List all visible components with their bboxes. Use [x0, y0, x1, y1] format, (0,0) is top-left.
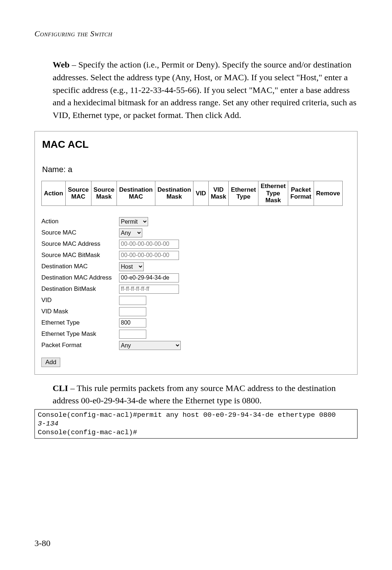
- select-packet-format[interactable]: Any: [119, 341, 181, 350]
- col-action: Action: [42, 181, 66, 205]
- acl-header-table: Action SourceMAC SourceMask DestinationM…: [41, 181, 343, 206]
- cli-text: – This rule permits packets from any sou…: [53, 383, 336, 406]
- web-paragraph: Web – Specify the action (i.e., Permit o…: [53, 58, 358, 122]
- input-source-bitmask[interactable]: [119, 251, 179, 260]
- input-eth-type-mask[interactable]: [119, 330, 146, 339]
- label-vid: VID: [41, 295, 119, 306]
- web-lead: Web: [53, 60, 70, 69]
- col-source-mask: SourceMask: [91, 181, 117, 205]
- cli-output: Console(config-mac-acl)#permit any host …: [34, 409, 358, 439]
- col-vid-mask: VIDMask: [208, 181, 229, 205]
- cli-line2: Console(config-mac-acl)#: [38, 428, 137, 436]
- input-vid[interactable]: [119, 296, 146, 305]
- label-eth-type: Ethernet Type: [41, 317, 119, 329]
- input-dest-mac-addr[interactable]: [119, 273, 179, 282]
- label-packet-format: Packet Format: [41, 340, 119, 351]
- input-eth-type[interactable]: [119, 318, 146, 327]
- input-vid-mask[interactable]: [119, 307, 146, 316]
- select-dest-mac[interactable]: Host: [119, 262, 144, 271]
- label-dest-bitmask: Destination BitMask: [41, 284, 119, 295]
- select-source-mac[interactable]: Any: [119, 228, 142, 237]
- web-text: – Specify the action (i.e., Permit or De…: [53, 60, 356, 120]
- page-number: 3-80: [34, 538, 50, 548]
- panel-title: MAC ACL: [42, 139, 351, 150]
- cli-ref: 3-134: [38, 420, 58, 428]
- label-eth-type-mask: Ethernet Type Mask: [41, 329, 119, 340]
- cli-paragraph: CLI – This rule permits packets from any…: [53, 382, 358, 407]
- col-dest-mask: DestinationMask: [155, 181, 193, 205]
- col-vid: VID: [193, 181, 208, 205]
- col-remove: Remove: [314, 181, 342, 205]
- acl-name: Name: a: [42, 165, 351, 174]
- label-source-mac-addr: Source MAC Address: [41, 239, 119, 250]
- running-header: Configuring the Switch: [34, 29, 358, 38]
- mac-acl-panel: MAC ACL Name: a Action SourceMAC SourceM…: [34, 131, 358, 375]
- label-vid-mask: VID Mask: [41, 306, 119, 317]
- cli-line1: Console(config-mac-acl)#permit any host …: [38, 411, 336, 419]
- input-source-mac-addr[interactable]: [119, 240, 179, 249]
- col-eth-type: EthernetType: [229, 181, 258, 205]
- input-dest-bitmask[interactable]: [119, 285, 179, 294]
- label-source-mac: Source MAC: [41, 227, 119, 239]
- col-source-mac: SourceMAC: [65, 181, 91, 205]
- col-packet-format: PacketFormat: [288, 181, 314, 205]
- acl-form: Action Permit Source MAC Any Source MAC …: [41, 216, 182, 351]
- cli-lead: CLI: [53, 383, 68, 393]
- label-source-bitmask: Source MAC BitMask: [41, 250, 119, 261]
- label-dest-mac-addr: Destination MAC Address: [41, 272, 119, 284]
- col-eth-type-mask: EthernetTypeMask: [258, 181, 288, 205]
- select-action[interactable]: Permit: [119, 217, 148, 226]
- label-action: Action: [41, 216, 119, 227]
- add-button[interactable]: Add: [41, 358, 60, 367]
- label-dest-mac: Destination MAC: [41, 261, 119, 272]
- col-dest-mac: DestinationMAC: [117, 181, 155, 205]
